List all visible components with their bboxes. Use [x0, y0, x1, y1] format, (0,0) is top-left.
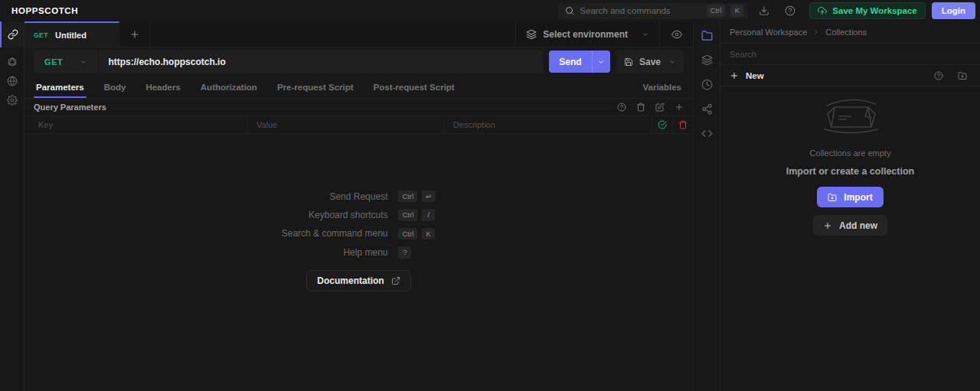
install-app-button[interactable] — [754, 2, 774, 19]
sidebar-item-collections[interactable] — [701, 30, 713, 41]
key-ctrl: Ctrl — [707, 5, 726, 16]
import-folder-icon — [958, 71, 967, 80]
folder-icon — [701, 30, 713, 41]
tab-label: Variables — [642, 83, 681, 92]
param-value-input[interactable] — [256, 120, 443, 129]
shortcut-keys: Ctrl ↵ — [398, 191, 436, 202]
plus-icon — [129, 29, 140, 40]
shortcut-keys: Ctrl / — [398, 209, 436, 220]
collections-empty-state: Collections are empty Import or create a… — [720, 86, 980, 391]
tab-label: Pre-request Script — [277, 83, 354, 92]
clear-all-button[interactable] — [636, 103, 645, 112]
tab-headers[interactable]: Headers — [136, 76, 190, 98]
breadcrumb: Personal Workspace Collections — [720, 21, 980, 44]
sidebar-item-history[interactable] — [701, 79, 713, 90]
sidebar-item-graphql[interactable] — [0, 52, 24, 71]
tab-body[interactable]: Body — [94, 76, 136, 98]
shortcuts-list: Send Request Ctrl ↵ Keyboard shortcuts C… — [282, 191, 436, 259]
shortcut-label: Keyboard shortcuts — [309, 210, 387, 220]
key-enter: ↵ — [422, 191, 436, 202]
param-toggle-active-button[interactable] — [652, 116, 672, 133]
method-select[interactable]: GET — [34, 51, 99, 73]
tab-variables[interactable]: Variables — [632, 76, 691, 98]
tab-pre-request-script[interactable]: Pre-request Script — [267, 76, 364, 98]
collections-panel: Personal Workspace Collections New — [720, 21, 980, 391]
clock-icon — [701, 79, 713, 90]
right-sidebar — [693, 21, 720, 391]
send-button[interactable]: Send — [549, 51, 610, 73]
key-ctrl: Ctrl — [398, 191, 417, 202]
add-new-label: Add new — [839, 220, 877, 231]
code-icon — [701, 128, 713, 139]
param-key-input[interactable] — [38, 120, 247, 129]
import-export-button[interactable] — [954, 67, 971, 84]
layers-icon — [526, 29, 537, 40]
sidebar-item-share[interactable] — [701, 103, 713, 115]
spacer — [150, 21, 515, 47]
left-sidebar — [0, 21, 24, 391]
tab-label: Body — [104, 83, 126, 92]
collections-search-input[interactable] — [730, 50, 971, 59]
breadcrumb-workspace[interactable]: Personal Workspace — [730, 28, 807, 37]
add-new-button[interactable]: Add new — [813, 215, 887, 236]
tab-authorization[interactable]: Authorization — [191, 76, 267, 98]
sidebar-item-realtime[interactable] — [0, 71, 24, 90]
help-circle-icon — [785, 5, 795, 16]
send-label: Send — [549, 51, 592, 73]
breadcrumb-collections[interactable]: Collections — [825, 28, 867, 37]
gear-icon — [7, 95, 18, 106]
app-logo: HOPPSCOTCH — [11, 6, 78, 15]
environment-quick-peek-button[interactable] — [659, 21, 693, 47]
import-folder-icon — [828, 193, 837, 202]
new-collection-button[interactable]: New — [730, 71, 923, 80]
save-my-workspace-button[interactable]: Save My Workspace — [809, 2, 925, 19]
query-parameters-header: Query Parameters — [24, 99, 693, 116]
documentation-button[interactable]: Documentation — [306, 270, 410, 292]
layers-icon — [701, 54, 713, 66]
top-bar: HOPPSCOTCH Search and commands Ctrl K Sa… — [0, 0, 980, 21]
tab-parameters[interactable]: Parameters — [26, 76, 94, 98]
param-value-cell — [247, 116, 443, 133]
param-description-input[interactable] — [453, 120, 652, 129]
import-label: Import — [844, 192, 872, 203]
shortcut-label: Search & command menu — [282, 228, 388, 239]
param-key-cell — [24, 116, 247, 133]
new-tab-button[interactable] — [119, 21, 150, 47]
add-parameter-button[interactable] — [675, 103, 684, 112]
send-options-chevron[interactable] — [592, 51, 610, 73]
request-tab-strip: GET Untitled Select environment — [24, 21, 693, 47]
save-request-button[interactable]: Save — [616, 51, 684, 73]
key-ctrl: Ctrl — [398, 228, 417, 239]
tab-label: Parameters — [36, 83, 84, 92]
save-label: Save — [639, 57, 661, 67]
search-placeholder: Search and commands — [580, 6, 701, 15]
empty-state-title: Collections are empty — [810, 148, 891, 158]
bulk-edit-button[interactable] — [655, 103, 665, 112]
key-question: ? — [398, 246, 411, 258]
wiki-help-button[interactable] — [617, 103, 626, 112]
global-search[interactable]: Search and commands Ctrl K — [558, 3, 748, 19]
sidebar-item-environments[interactable] — [701, 54, 713, 66]
tab-title: Untitled — [55, 31, 87, 40]
collections-help-button[interactable] — [930, 67, 947, 84]
sidebar-item-rest[interactable] — [0, 21, 24, 47]
graphql-icon — [7, 57, 18, 67]
support-button[interactable] — [780, 2, 800, 19]
shortcut-keys: Ctrl K — [398, 228, 436, 239]
param-delete-button[interactable] — [672, 116, 693, 133]
environment-selected-label: Select environment — [543, 29, 628, 40]
sidebar-item-generate-code[interactable] — [701, 128, 713, 139]
documentation-label: Documentation — [317, 275, 384, 286]
chevron-down-icon — [80, 58, 87, 66]
save-options-chevron[interactable] — [668, 58, 676, 66]
tab-post-request-script[interactable]: Post-request Script — [364, 76, 465, 98]
save-my-workspace-label: Save My Workspace — [832, 6, 916, 15]
key-k: K — [422, 228, 435, 239]
import-button[interactable]: Import — [817, 187, 883, 207]
environment-selector[interactable]: Select environment — [515, 21, 659, 47]
request-tab[interactable]: GET Untitled — [24, 21, 119, 47]
login-button[interactable]: Login — [932, 2, 975, 19]
sidebar-item-settings[interactable] — [0, 90, 24, 109]
parameter-row — [24, 116, 693, 134]
url-input[interactable] — [99, 51, 543, 73]
